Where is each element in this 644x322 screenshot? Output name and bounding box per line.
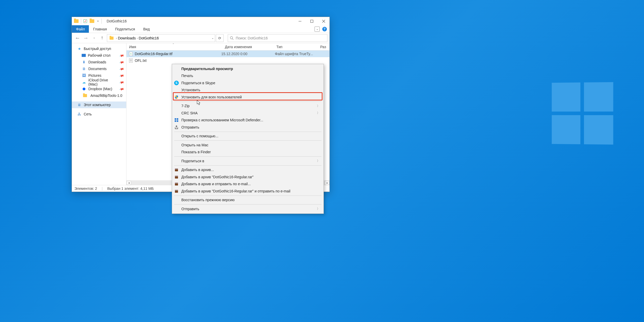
menu-item[interactable]: Отправить	[172, 124, 324, 131]
dropbox-icon: ⬢	[82, 87, 86, 91]
recent-dropdown[interactable]: ▾	[90, 35, 98, 42]
download-icon: ⬇	[82, 60, 86, 64]
sidebar-item[interactable]: ⬇Downloads📌	[72, 59, 126, 65]
tab-home[interactable]: Главная	[89, 25, 111, 33]
pin-icon: 📌	[119, 73, 124, 78]
menu-item[interactable]: Предварительный просмотр	[172, 65, 324, 72]
menu-item[interactable]: Добавить в архив и отправить по e-mail..…	[172, 181, 324, 188]
sidebar-quickaccess[interactable]: ★ Быстрый доступ	[72, 45, 126, 52]
col-size[interactable]: Раз	[320, 45, 326, 49]
refresh-button[interactable]: ⟳	[216, 34, 224, 42]
menu-item[interactable]: Открыть с помощью...	[172, 133, 324, 140]
context-menu: Предварительный просмотрПечатьSПоделитьс…	[172, 64, 324, 214]
address-bar[interactable]: › Downloads › DotGothic16 ⌄	[107, 34, 215, 42]
col-type[interactable]: Тип	[276, 45, 282, 49]
svg-rect-1	[310, 20, 313, 22]
file-row[interactable]: ADotGothic16-Regular.ttf15.12.2020 0:00Ф…	[126, 50, 329, 57]
folder-icon	[74, 19, 79, 23]
rar-icon	[174, 175, 179, 179]
menu-item[interactable]: Восстановить прежнюю версию	[172, 197, 324, 204]
col-date[interactable]: Дата изменения	[225, 45, 252, 49]
sidebar-item[interactable]: Рабочий стол📌	[72, 52, 126, 59]
menu-item[interactable]: CRC SHA〉	[172, 109, 324, 117]
svg-rect-13	[175, 176, 178, 176]
menu-separator	[174, 132, 321, 132]
svg-line-3	[232, 39, 233, 40]
nav-toolbar: 🡐 🡒 ▾ 🡑 › Downloads › DotGothic16 ⌄ ⟳ По…	[72, 33, 329, 43]
svg-rect-16	[175, 183, 178, 183]
tab-file[interactable]: Файл	[72, 25, 89, 33]
menu-item[interactable]: Поделиться в〉	[172, 157, 324, 165]
status-selection: Выбран 1 элемент: 4,11 МБ	[107, 187, 154, 191]
close-button[interactable]	[318, 17, 329, 25]
menu-separator	[174, 165, 321, 166]
tab-share[interactable]: Поделиться	[111, 25, 139, 33]
menu-item[interactable]: 7-Zip〉	[172, 103, 324, 110]
sidebar-item[interactable]: ☁iCloud Drive (Mac)📌	[72, 79, 126, 86]
menu-item[interactable]: Установить для всех пользователей	[172, 94, 324, 101]
svg-rect-6	[175, 120, 176, 122]
pin-icon: 📌	[119, 59, 124, 65]
search-placeholder: Поиск: DotGothic16	[236, 36, 268, 40]
icloud-icon: ☁	[82, 80, 86, 84]
column-headers[interactable]: Имя⌃ Дата изменения Тип Раз	[126, 43, 329, 50]
scroll-left-button[interactable]: ◂	[126, 181, 131, 185]
sidebar-item[interactable]: ⬢Dropbox (Mac)📌	[72, 86, 126, 92]
menu-separator	[174, 196, 321, 196]
ribbon-tabs: Файл Главная Поделиться Вид ⌄ ?	[72, 25, 329, 33]
menu-separator	[174, 156, 321, 157]
svg-rect-10	[175, 169, 178, 169]
pin-icon: 📌	[119, 86, 124, 91]
pc-icon: 🖥	[77, 103, 82, 107]
pin-icon: 📌	[119, 53, 124, 58]
text-file-icon	[129, 58, 133, 63]
sidebar-item[interactable]: AmazfitBipTools-1.0	[72, 92, 126, 99]
pin-icon: 📌	[119, 66, 124, 71]
breadcrumb-part[interactable]: DotGothic16	[139, 36, 159, 40]
menu-item[interactable]: Отправить〉	[172, 205, 324, 213]
sidebar-thispc[interactable]: 🖥Этот компьютер	[72, 101, 126, 108]
menu-item[interactable]: SПоделиться в Skype	[172, 79, 324, 87]
ribbon-collapse-button[interactable]: ⌄	[315, 27, 320, 32]
menu-item[interactable]: Добавить в архив "DotGothic16-Regular.ra…	[172, 188, 324, 195]
font-file-icon: A	[129, 52, 133, 56]
svg-rect-5	[177, 118, 178, 120]
scroll-right-button[interactable]: ▸	[325, 181, 329, 185]
sidebar-item[interactable]: 🗎Documents📌	[72, 65, 126, 72]
submenu-arrow-icon: 〉	[317, 111, 320, 115]
menu-item[interactable]: Проверка с использованием Microsoft Defe…	[172, 117, 324, 124]
windows-logo-wallpaper	[552, 82, 613, 145]
skype-icon: S	[174, 81, 179, 85]
network-icon: 🖧	[77, 112, 82, 116]
maximize-button[interactable]	[306, 17, 318, 25]
svg-rect-19	[175, 190, 178, 191]
file-row[interactable]: OFL.txt	[126, 57, 329, 64]
share-icon	[174, 125, 179, 130]
search-input[interactable]: Поиск: DotGothic16	[228, 34, 327, 42]
up-button[interactable]: 🡑	[99, 35, 106, 42]
forward-button[interactable]: 🡒	[82, 35, 89, 42]
qat-newfolder-icon[interactable]	[90, 19, 94, 23]
submenu-arrow-icon: 〉	[317, 104, 320, 108]
menu-item[interactable]: Добавить в архив "DotGothic16-Regular.ra…	[172, 173, 324, 181]
qat-customize-icon[interactable]: ▾	[97, 20, 99, 22]
menu-item[interactable]: Показать в Finder	[172, 149, 324, 156]
breadcrumb-part[interactable]: Downloads	[118, 36, 136, 40]
tab-view[interactable]: Вид	[139, 25, 154, 33]
sidebar-network[interactable]: 🖧Сеть	[72, 111, 126, 117]
qat-properties-icon[interactable]: ✓	[83, 19, 87, 23]
minimize-button[interactable]	[294, 17, 306, 25]
menu-separator	[174, 101, 321, 102]
titlebar[interactable]: ✓ ▾ DotGothic16	[72, 17, 329, 25]
menu-item[interactable]: Открыть на Mac	[172, 141, 324, 149]
folder-icon	[83, 94, 87, 97]
help-button[interactable]: ?	[322, 27, 327, 31]
menu-item[interactable]: Добавить в архив...	[172, 166, 324, 174]
menu-item[interactable]: Печать	[172, 72, 324, 80]
back-button[interactable]: 🡐	[74, 35, 81, 42]
pictures-icon: 🖼	[82, 73, 86, 78]
shield-icon	[174, 95, 179, 99]
menu-item[interactable]: Установить	[172, 87, 324, 94]
svg-rect-0	[299, 21, 301, 21]
col-name[interactable]: Имя	[129, 45, 136, 49]
